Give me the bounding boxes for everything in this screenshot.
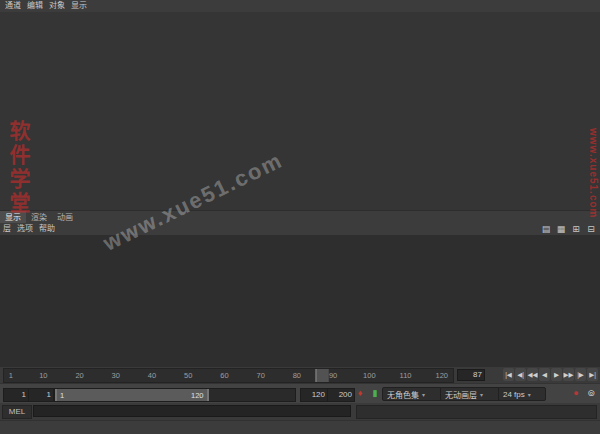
layer-editor-tabs: 显示渲染动画 — [0, 210, 600, 224]
timeline-tick-label: 90 — [329, 371, 337, 380]
timeline-ruler[interactable]: 1102030405060708090100110120 — [3, 368, 454, 383]
animation-end-field[interactable]: 200 — [327, 388, 355, 402]
playback-start-field[interactable]: 1 — [28, 388, 54, 402]
timeline-tick-label: 80 — [293, 371, 301, 380]
channel-box-menu-item[interactable]: 通道 — [2, 0, 24, 12]
animation-start-field[interactable]: 1 — [3, 388, 29, 402]
create-empty-layer-icon[interactable]: ⊞ — [569, 223, 583, 236]
timeline-tick-label: 110 — [400, 371, 412, 380]
character-set-value: 无角色集 — [387, 389, 419, 400]
command-line-row: MEL — [0, 403, 600, 420]
bookmark-icon[interactable]: ▮ — [368, 387, 382, 400]
chevron-down-icon: ▾ — [480, 391, 483, 398]
timeline-tick-label: 1 — [9, 371, 13, 380]
layer-editor-buttons: ▤▦⊞⊟ — [539, 223, 600, 236]
playback-controls: |◀◀|◀◀◀▶▶▶|▶▶| — [503, 368, 598, 381]
timeline-tick-label: 10 — [39, 371, 47, 380]
animation-layer-value: 无动画层 — [445, 389, 477, 400]
maya-window: 文件编辑创建修改显示窗口网格编辑网格网格工具网格显示曲线曲面变形UV生成缓存Ar… — [0, 0, 600, 434]
step-back-frame-button[interactable]: ◀| — [515, 368, 526, 381]
layer-editor-menus: 层选项帮助 — [0, 223, 58, 235]
timeline-tick-label: 40 — [148, 371, 156, 380]
current-frame-marker[interactable] — [316, 369, 329, 382]
step-forward-key-button[interactable]: ▶▶ — [563, 368, 574, 381]
command-line-input[interactable] — [33, 405, 351, 417]
layer-options-icon[interactable]: ▤ — [539, 223, 553, 236]
layer-editor-menu-item[interactable]: 帮助 — [36, 223, 58, 235]
layer-editor-menu-item[interactable]: 层 — [0, 223, 14, 235]
timeline-tick-label: 70 — [256, 371, 264, 380]
help-line — [0, 420, 600, 434]
auto-keyframe-icon[interactable]: ● — [569, 387, 583, 400]
move-layer-icon[interactable]: ⊟ — [584, 223, 598, 236]
command-result-area — [356, 405, 597, 419]
play-forwards-button[interactable]: ▶ — [551, 368, 562, 381]
create-layer-from-selected-icon[interactable]: ▦ — [554, 223, 568, 236]
command-language-button[interactable]: MEL — [2, 405, 32, 419]
step-back-key-button[interactable]: ◀◀ — [527, 368, 538, 381]
playback-key-icon[interactable]: ♦ — [353, 387, 367, 400]
character-set-selector[interactable]: 无角色集 ▾ — [382, 387, 442, 401]
channel-box-empty-area[interactable] — [0, 12, 600, 210]
chevron-down-icon: ▾ — [528, 391, 531, 398]
timeline-tick-label: 60 — [220, 371, 228, 380]
step-forward-frame-button[interactable]: |▶ — [575, 368, 586, 381]
current-time-field[interactable]: 87 — [457, 369, 485, 381]
range-end-label: 120 — [191, 391, 204, 400]
timeline-tick-label: 50 — [184, 371, 192, 380]
play-backwards-button[interactable]: ◀ — [539, 368, 550, 381]
layer-editor-menu-item[interactable]: 选项 — [14, 223, 36, 235]
channel-box-menu-item[interactable]: 显示 — [68, 0, 90, 12]
timeline-tick-label: 120 — [436, 371, 449, 380]
fps-selector[interactable]: 24 fps ▾ — [498, 387, 546, 401]
animation-preferences-icon[interactable]: ⊚ — [584, 387, 598, 400]
chevron-down-icon: ▾ — [422, 391, 425, 398]
timeline-tick-label: 30 — [112, 371, 120, 380]
animation-layer-selector[interactable]: 无动画层 ▾ — [440, 387, 500, 401]
range-bar-mid-icons: ♦▮ — [353, 387, 382, 400]
fps-value: 24 fps — [503, 390, 525, 399]
timeline-tick-label: 20 — [75, 371, 83, 380]
playback-end-field[interactable]: 120 — [300, 388, 328, 402]
range-slider-handle[interactable]: 1 120 — [55, 389, 209, 401]
go-to-end-button[interactable]: ▶| — [587, 368, 598, 381]
channel-box-menu-item[interactable]: 编辑 — [24, 0, 46, 12]
range-slider-track[interactable]: 1 120 — [54, 388, 296, 402]
range-bar-right-icons: ●⊚ — [569, 387, 598, 400]
timeline-tick-label: 100 — [363, 371, 376, 380]
channel-box-menu-item[interactable]: 对象 — [46, 0, 68, 12]
go-to-start-button[interactable]: |◀ — [503, 368, 514, 381]
range-start-label: 1 — [60, 391, 64, 400]
time-slider: 1102030405060708090100110120 87 |◀◀|◀◀◀▶… — [0, 367, 600, 383]
range-slider-row: 1 1 1 120 120 200 ♦▮ 无角色集 ▾ 无动画层 ▾ 24 fp… — [0, 383, 600, 404]
